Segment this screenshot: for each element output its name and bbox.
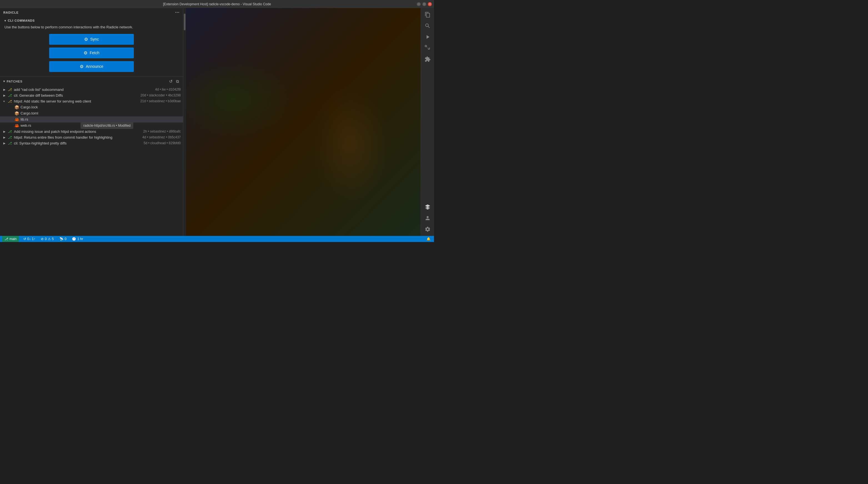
expand-icon: ▶: [3, 136, 8, 139]
expand-icon: ▶: [3, 88, 8, 91]
patch-row[interactable]: ▶ ⎇ Add missing issue and patch httpd en…: [0, 129, 183, 134]
sync-button[interactable]: ⚙ Sync: [49, 34, 134, 45]
activity-radicle-button[interactable]: [423, 202, 433, 212]
maximize-button[interactable]: □: [422, 2, 426, 6]
panel-header: RADICLE ⋯: [0, 8, 183, 17]
activity-bar: [421, 8, 434, 236]
patches-refresh-button[interactable]: ↺: [168, 78, 173, 85]
bell-icon: 🔔: [427, 237, 431, 241]
patches-section-label: PATCHES: [7, 80, 23, 83]
patch-row[interactable]: ▶ ⎇ cli: Syntax-highlighted pretty diffs…: [0, 140, 183, 146]
sync-label: Sync: [90, 37, 99, 41]
sync-up: 1↑: [32, 237, 35, 241]
sync-down: 0↓: [27, 237, 31, 241]
scrollbar-thumb[interactable]: [184, 13, 185, 30]
patch-meta: 4d • liw • d1042f8: [155, 88, 181, 91]
file-row[interactable]: 🦀 web.rs radicle-httpd/src/lib.rs • Modi…: [0, 123, 183, 129]
warning-count: 5: [52, 237, 54, 241]
clock-icon: 🕐: [72, 237, 76, 241]
file-row[interactable]: 🦀 lib.rs: [0, 116, 183, 123]
minimize-button[interactable]: ─: [417, 2, 421, 6]
patch-status-icon: ⎇: [8, 129, 13, 134]
panel-title: RADICLE: [3, 11, 19, 14]
announce-button[interactable]: ⚙ Announce: [49, 61, 134, 72]
patches-chevron-icon: ▾: [3, 80, 5, 83]
expand-icon: ▶: [3, 142, 8, 145]
main-layout: RADICLE ⋯ ▾ CLI COMMANDS Use the buttons…: [0, 8, 434, 236]
file-name: lib.rs: [21, 117, 28, 121]
patch-meta: 20d • slackcoder • 4bc3298: [141, 93, 181, 97]
cli-chevron-icon: ▾: [4, 19, 6, 22]
status-notifications[interactable]: 🔔: [425, 236, 432, 242]
expand-icon: ▾: [3, 100, 8, 103]
antenna-value: 0: [65, 237, 67, 241]
status-branch[interactable]: ⎇ main: [2, 236, 19, 242]
patch-status-icon: ⎇: [8, 88, 13, 92]
error-count: 0: [45, 237, 46, 241]
patches-section: ▾ PATCHES ↺ ⧉ ▶ ⎇ add "rad cob list" sub…: [0, 77, 183, 236]
patches-copy-button[interactable]: ⧉: [176, 78, 180, 85]
file-name: web.rs: [21, 123, 31, 127]
patch-row[interactable]: ▶ ⎇ httpd: Returns entire files from com…: [0, 134, 183, 140]
patch-list: ▶ ⎇ add "rad cob list" subcommand 4d • l…: [0, 86, 183, 147]
sync-icon: ⚙: [84, 37, 88, 42]
cli-header-left: ▾ CLI COMMANDS: [4, 19, 35, 22]
status-errors[interactable]: ⊘ 0 ⚠ 5: [40, 236, 55, 242]
fetch-button[interactable]: ⚙ Fetch: [49, 48, 134, 58]
activity-account-button[interactable]: [423, 213, 433, 223]
file-icon: 🦀: [14, 123, 20, 128]
patch-meta: 21d • sebastinez • b3d0bae: [140, 99, 181, 103]
status-antenna[interactable]: 📡 0: [58, 236, 68, 242]
close-button[interactable]: ✕: [428, 2, 432, 6]
sync-icon: ↺: [23, 237, 26, 241]
cli-section-label: CLI COMMANDS: [8, 19, 35, 22]
patch-meta: 5d • cloudhead • 829bfd0: [144, 141, 181, 145]
patch-row[interactable]: ▶ ⎇ cli: Generate diff between Diffs 20d…: [0, 93, 183, 98]
announce-label: Announce: [86, 64, 103, 69]
patch-meta: 4d • sebastinez • 0b5c437: [143, 135, 181, 139]
patch-title: cli: Syntax-highlighted pretty diffs: [14, 141, 141, 145]
patch-status-icon: ⎇: [8, 141, 13, 145]
error-icon: ⊘: [41, 237, 43, 241]
fetch-label: Fetch: [90, 51, 99, 55]
branch-icon: ⎇: [4, 237, 8, 241]
file-icon: 🦀: [14, 117, 20, 122]
patch-status-icon: ⎇: [8, 93, 13, 97]
cli-buttons-container: ⚙ Sync ⚙ Fetch ⚙ Announce: [4, 34, 179, 72]
patch-title: httpd: Returns entire files from commit …: [14, 135, 140, 140]
title-bar: [Extension Development Host] radicle-vsc…: [0, 0, 434, 8]
patch-row[interactable]: ▶ ⎇ add "rad cob list" subcommand 4d • l…: [0, 87, 183, 93]
activity-extensions-button[interactable]: [423, 54, 433, 64]
activity-copy-button[interactable]: [423, 10, 433, 20]
antenna-icon: 📡: [59, 237, 64, 241]
scrollbar-track[interactable]: [183, 8, 186, 236]
cli-section-header[interactable]: ▾ CLI COMMANDS: [4, 19, 179, 25]
patch-status-icon: ⎇: [8, 135, 13, 140]
editor-area: [186, 8, 421, 236]
window-title: [Extension Development Host] radicle-vsc…: [163, 2, 271, 6]
cli-description: Use the buttons below to perform common …: [4, 25, 179, 30]
sidebar: RADICLE ⋯ ▾ CLI COMMANDS Use the buttons…: [0, 8, 183, 236]
expand-icon: ▶: [3, 130, 8, 133]
branch-name: main: [9, 237, 17, 241]
activity-run-button[interactable]: [423, 32, 433, 42]
file-name: Cargo.toml: [21, 111, 38, 115]
warning-icon: ⚠: [48, 237, 51, 241]
panel-more-button[interactable]: ⋯: [175, 10, 180, 15]
window-controls: ─ □ ✕: [417, 2, 432, 6]
status-sync[interactable]: ↺ 0↓ 1↑: [22, 236, 36, 242]
patches-header: ▾ PATCHES ↺ ⧉: [0, 77, 183, 86]
activity-settings-button[interactable]: [423, 224, 433, 234]
clock-value: 1 hr: [77, 237, 83, 241]
file-row[interactable]: 📦 Cargo.toml: [0, 110, 183, 116]
patch-meta: 2h • sebastinez • d86bafc: [143, 129, 181, 133]
patch-row[interactable]: ▾ ⎇ httpd: Add static file server for se…: [0, 98, 183, 104]
background-blur: [186, 8, 421, 236]
status-clock[interactable]: 🕐 1 hr: [71, 236, 84, 242]
tooltip: radicle-httpd/src/lib.rs • Modified: [81, 122, 133, 129]
expand-icon: ▶: [3, 94, 8, 97]
activity-source-control-button[interactable]: [423, 43, 433, 53]
file-row[interactable]: 📦 Cargo.lock: [0, 104, 183, 110]
announce-icon: ⚙: [80, 64, 84, 69]
activity-search-button[interactable]: [423, 21, 433, 31]
